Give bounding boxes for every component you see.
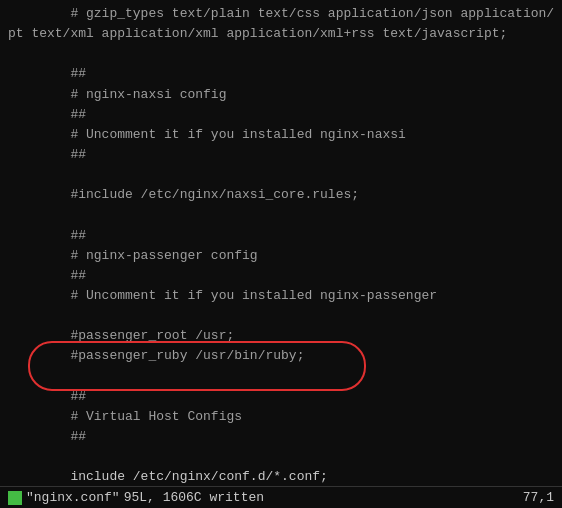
line-8: ## bbox=[8, 145, 554, 165]
code-line: #passenger_root /usr; bbox=[8, 326, 234, 346]
line-17: #passenger_root /usr; bbox=[8, 326, 554, 346]
status-filename: "nginx.conf" bbox=[26, 490, 120, 505]
status-indicator bbox=[8, 491, 22, 505]
code-line: #passenger_ruby /usr/bin/ruby; bbox=[8, 346, 304, 366]
code-line: ## bbox=[8, 266, 86, 286]
line-20: ## bbox=[8, 387, 554, 407]
code-editor: # gzip_types text/plain text/css applica… bbox=[0, 0, 562, 508]
line-1: # gzip_types text/plain text/css applica… bbox=[8, 4, 554, 24]
line-13: # nginx-passenger config bbox=[8, 246, 554, 266]
code-line: # nginx-passenger config bbox=[8, 246, 258, 266]
line-7: # Uncomment it if you installed nginx-na… bbox=[8, 125, 554, 145]
line-2: pt text/xml application/xml application/… bbox=[8, 24, 554, 44]
line-3 bbox=[8, 44, 554, 64]
status-info: 95L, 1606C written bbox=[124, 490, 264, 505]
line-14: ## bbox=[8, 266, 554, 286]
code-line: # nginx-naxsi config bbox=[8, 85, 226, 105]
line-22: ## bbox=[8, 427, 554, 447]
code-line: include /etc/nginx/conf.d/*.conf; bbox=[8, 467, 328, 487]
include-conf-line: include /etc/nginx/conf.d/*.conf; bbox=[8, 467, 554, 487]
code-line: ## bbox=[8, 64, 86, 84]
line-15: # Uncomment it if you installed nginx-pa… bbox=[8, 286, 554, 306]
line-4: ## bbox=[8, 64, 554, 84]
status-position: 77,1 bbox=[523, 490, 554, 505]
code-line: ## bbox=[8, 145, 86, 165]
line-18: #passenger_ruby /usr/bin/ruby; bbox=[8, 346, 554, 366]
line-19 bbox=[8, 367, 554, 387]
status-bar: "nginx.conf" 95L, 1606C written 77,1 bbox=[0, 486, 562, 508]
line-6: ## bbox=[8, 105, 554, 125]
code-line: ## bbox=[8, 387, 86, 407]
code-line: # Uncomment it if you installed nginx-na… bbox=[8, 125, 406, 145]
code-line: #include /etc/nginx/naxsi_core.rules; bbox=[8, 185, 359, 205]
code-line: # Virtual Host Configs bbox=[8, 407, 242, 427]
code-line: ## bbox=[8, 226, 86, 246]
code-line: # Uncomment it if you installed nginx-pa… bbox=[8, 286, 437, 306]
terminal-window: # gzip_types text/plain text/css applica… bbox=[0, 0, 562, 508]
line-21: # Virtual Host Configs bbox=[8, 407, 554, 427]
code-line: ## bbox=[8, 427, 86, 447]
code-line: ## bbox=[8, 105, 86, 125]
line-10: #include /etc/nginx/naxsi_core.rules; bbox=[8, 185, 554, 205]
line-16 bbox=[8, 306, 554, 326]
line-5: # nginx-naxsi config bbox=[8, 85, 554, 105]
line-23 bbox=[8, 447, 554, 467]
line-9 bbox=[8, 165, 554, 185]
line-12: ## bbox=[8, 226, 554, 246]
code-line: # gzip_types text/plain text/css applica… bbox=[8, 4, 554, 24]
line-11 bbox=[8, 205, 554, 225]
code-line: pt text/xml application/xml application/… bbox=[8, 24, 507, 44]
